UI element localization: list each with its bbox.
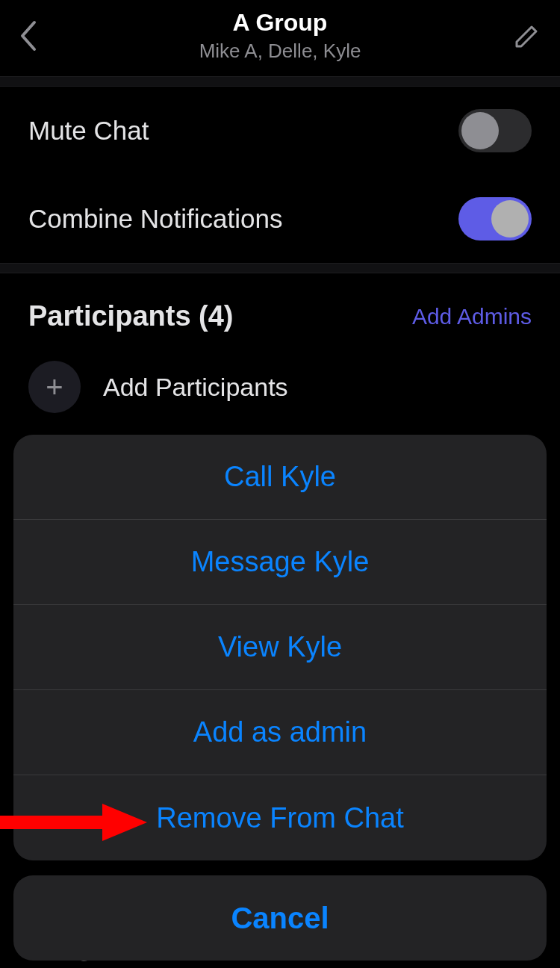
- back-button[interactable]: [18, 19, 55, 52]
- section-divider: [0, 263, 560, 273]
- action-add-admin[interactable]: Add as admin: [13, 690, 547, 775]
- page-subtitle: Mike A, Delle, Kyle: [55, 40, 505, 63]
- chevron-left-icon: [18, 19, 37, 52]
- toggle-knob: [461, 112, 499, 149]
- add-participants-row[interactable]: + Add Participants: [0, 346, 560, 428]
- participants-title: Participants (4): [28, 300, 234, 332]
- action-sheet: Call Kyle Message Kyle View Kyle Add as …: [0, 435, 560, 968]
- add-participants-label: Add Participants: [103, 373, 288, 402]
- plus-icon: +: [28, 361, 81, 413]
- mute-chat-row: Mute Chat: [0, 87, 560, 175]
- participants-header: Participants (4) Add Admins: [0, 273, 560, 346]
- action-sheet-options: Call Kyle Message Kyle View Kyle Add as …: [13, 435, 547, 860]
- page-title: A Group: [55, 9, 505, 37]
- mute-chat-toggle[interactable]: [458, 109, 532, 152]
- add-admins-link[interactable]: Add Admins: [412, 304, 532, 329]
- combine-notifications-row: Combine Notifications: [0, 175, 560, 263]
- cancel-button[interactable]: Cancel: [13, 875, 547, 961]
- action-remove-from-chat[interactable]: Remove From Chat: [13, 775, 547, 860]
- mute-chat-label: Mute Chat: [28, 116, 149, 146]
- pencil-icon: [512, 21, 542, 51]
- action-view[interactable]: View Kyle: [13, 605, 547, 690]
- combine-notifications-toggle[interactable]: [458, 197, 532, 241]
- edit-button[interactable]: [505, 21, 542, 51]
- action-message[interactable]: Message Kyle: [13, 520, 547, 605]
- toggle-knob: [491, 200, 529, 238]
- action-call[interactable]: Call Kyle: [13, 435, 547, 520]
- navbar: A Group Mike A, Delle, Kyle: [0, 0, 560, 76]
- section-divider: [0, 76, 560, 87]
- combine-notifications-label: Combine Notifications: [28, 204, 282, 234]
